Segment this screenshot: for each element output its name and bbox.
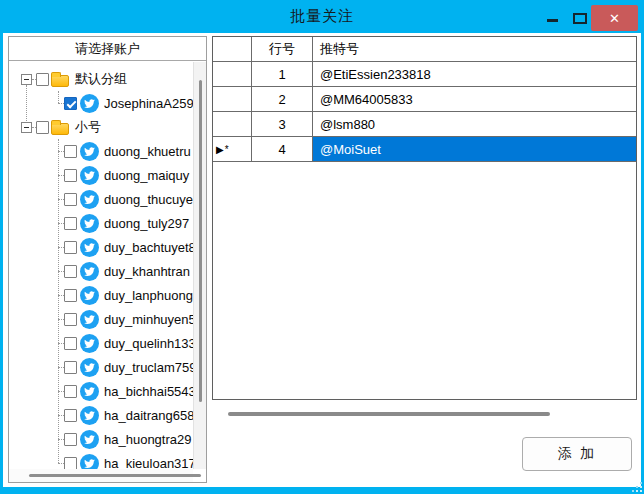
accounts-table: 行号 推特号 1@EtiEssien2338182@MM640058333@ls… [212,36,637,400]
row-number-cell: 1 [252,62,313,86]
tree-account-label: ha_kieuloan317 [104,456,193,470]
tree-expander-icon[interactable] [21,74,32,85]
tree-account-row[interactable]: duong_maiquy [9,163,193,187]
twitter-icon [80,406,99,425]
maximize-button[interactable] [573,13,587,24]
table-header-row: 行号 推特号 [213,37,636,62]
tree-group-label: 小号 [75,118,101,136]
twitter-handle-cell[interactable]: @lsm880 [313,112,636,136]
tree-account-label: duy_khanhtran [104,264,190,279]
tree-group-row[interactable]: 小号 [9,115,193,139]
tree-account-row[interactable]: ha_daitrang658 [9,403,193,427]
row-selector-cell[interactable] [213,112,252,136]
tree-account-label: ha_daitrang658 [104,408,193,423]
close-button[interactable]: ✕ [591,5,638,31]
window-title: 批量关注 [0,7,644,26]
twitter-handle-cell[interactable]: @MM64005833 [313,87,636,111]
add-button[interactable]: 添 加 [522,437,632,471]
account-checkbox[interactable] [64,337,77,350]
twitter-icon [80,382,99,401]
titlebar[interactable]: 批量关注 ✕ [0,0,644,33]
twitter-icon [80,334,99,353]
table-row[interactable]: 2@MM64005833 [213,87,636,112]
resize-grip-icon[interactable] [631,481,643,493]
tree-account-row[interactable]: duong_tuly297 [9,211,193,235]
tree-account-row[interactable]: JosephinaA259 [9,91,193,115]
account-checkbox[interactable] [64,409,77,422]
tree-account-label: duong_thucuye [104,192,193,207]
tree-account-row[interactable]: duy_truclam759 [9,355,193,379]
twitter-icon [80,214,99,233]
row-selector-cell[interactable]: ▶* [213,137,252,161]
minimize-button[interactable] [547,19,558,22]
tree-horizontal-scrollbar[interactable] [9,469,193,482]
table-header-rowno: 行号 [252,37,313,61]
table-row[interactable]: 3@lsm880 [213,112,636,137]
tree-account-label: duy_minhuyen5 [104,312,193,327]
tree-account-row[interactable]: duy_quelinh133 [9,331,193,355]
twitter-icon [80,262,99,281]
table-row[interactable]: ▶*4@MoiSuet [213,137,636,162]
twitter-icon [80,358,99,377]
twitter-icon [80,430,99,449]
account-checkbox[interactable] [64,145,77,158]
tree-account-row[interactable]: duy_khanhtran [9,259,193,283]
tree-account-label: duy_lanphuong [104,288,193,303]
tree-account-row[interactable]: duong_thucuye [9,187,193,211]
row-selector-cell[interactable] [213,87,252,111]
tree-account-row[interactable]: duy_minhuyen5 [9,307,193,331]
tree-account-row[interactable]: ha_huongtra29 [9,427,193,451]
tree-account-label: JosephinaA259 [104,96,193,111]
account-checkbox[interactable] [64,265,77,278]
twitter-icon [80,238,99,257]
tree-account-label: duong_khuetru [104,144,191,159]
tree-vertical-scrollbar[interactable] [193,62,206,469]
folder-icon [51,123,69,135]
tree-account-label: duy_quelinh133 [104,336,193,351]
table-header-handle: 推特号 [313,37,636,61]
tree-account-row[interactable]: duy_lanphuong [9,283,193,307]
tree-account-label: ha_bichhai5543 [104,384,193,399]
row-number-cell: 4 [252,137,313,161]
twitter-icon [80,190,99,209]
tree-account-label: duong_maiquy [104,168,189,183]
twitter-icon [80,454,99,470]
twitter-icon [80,166,99,185]
account-checkbox[interactable] [64,361,77,374]
tree-expander-icon[interactable] [21,122,32,133]
account-checkbox[interactable] [64,289,77,302]
row-number-cell: 3 [252,112,313,136]
folder-icon [51,75,69,87]
tree-account-label: duy_truclam759 [104,360,193,375]
account-checkbox[interactable] [64,169,77,182]
tree-panel-header: 请选择账户 [9,37,206,61]
tree-vertical-scrollbar-thumb[interactable] [199,80,202,402]
group-checkbox[interactable] [36,73,49,86]
tree-account-row[interactable]: ha_bichhai5543 [9,379,193,403]
twitter-handle-cell[interactable]: @EtiEssien233818 [313,62,636,86]
table-horizontal-scrollbar[interactable] [228,412,550,416]
account-checkbox[interactable] [64,241,77,254]
close-icon: ✕ [609,11,620,26]
group-checkbox[interactable] [36,121,49,134]
account-tree: 默认分组JosephinaA259小号duong_khuetruduong_ma… [9,62,193,469]
account-checkbox[interactable] [64,385,77,398]
table-row[interactable]: 1@EtiEssien233818 [213,62,636,87]
tree-horizontal-scrollbar-thumb[interactable] [29,474,201,477]
tree-account-row[interactable]: ha_kieuloan317 [9,451,193,469]
account-checkbox[interactable] [64,313,77,326]
tree-account-label: ha_huongtra29 [104,432,191,447]
account-checkbox[interactable] [64,433,77,446]
account-checkbox[interactable] [64,457,77,470]
tree-account-row[interactable]: duy_bachtuyet8 [9,235,193,259]
tree-account-row[interactable]: duong_khuetru [9,139,193,163]
row-selector-cell[interactable] [213,62,252,86]
account-checkbox[interactable] [64,217,77,230]
twitter-icon [80,94,99,113]
account-checkbox[interactable] [64,97,77,110]
row-number-cell: 2 [252,87,313,111]
twitter-handle-cell[interactable]: @MoiSuet [313,137,636,161]
tree-group-row[interactable]: 默认分组 [9,67,193,91]
tree-account-label: duong_tuly297 [104,216,189,231]
account-checkbox[interactable] [64,193,77,206]
